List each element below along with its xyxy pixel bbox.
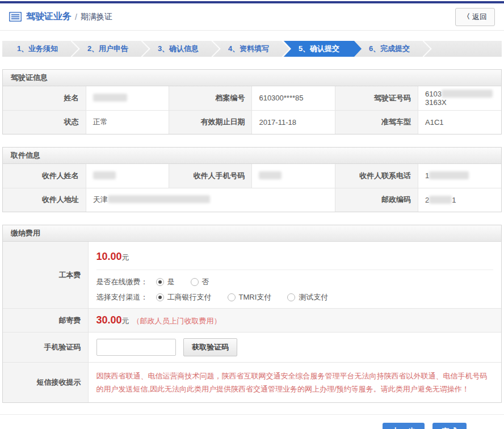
name-label: 姓名 (3, 86, 86, 110)
step-wizard: 1、业务须知 2、用户申告 3、确认信息 4、资料填写 5、确认提交 6、完成提… (2, 41, 502, 57)
table-row: 邮寄费 30.00元（邮政人员上门收取费用） (3, 309, 501, 333)
vehicle-type-label: 准驾车型 (335, 110, 418, 134)
radio-unselected-icon[interactable] (287, 293, 295, 301)
section-license-info: 驾驶证信息 姓名 档案编号 610300****85 驾驶证号码 6103316… (2, 69, 502, 134)
table-row: 收件人姓名 收件人手机号码 收件人联系电话 1 (3, 164, 501, 188)
captcha-label: 手机验证码 (3, 333, 88, 363)
recipient-address-label: 收件人地址 (3, 188, 86, 212)
recipient-phone-value: 1 (418, 164, 501, 188)
section-title-license: 驾驶证信息 (3, 70, 501, 86)
sms-tip-label: 短信接收提示 (3, 363, 88, 403)
step-1-business-notice[interactable]: 1、业务须知 (2, 41, 73, 57)
radio-channel-icbc[interactable]: 工商银行支付 (156, 292, 212, 302)
postage-unit: 元 (122, 317, 129, 325)
file-no-label: 档案编号 (169, 86, 252, 110)
table-row: 手机验证码 获取验证码 (3, 333, 501, 363)
redacted-recipient-mobile (259, 171, 282, 179)
license-menu-icon (9, 12, 22, 22)
radio-channel-tmri[interactable]: TMRI支付 (228, 292, 272, 302)
redacted-postal-code (429, 196, 452, 204)
postal-code-label: 邮政编码 (335, 188, 418, 212)
postage-label: 邮寄费 (3, 309, 88, 333)
status-label: 状态 (3, 110, 86, 134)
page-title: 驾驶证业务 (26, 11, 72, 23)
radio-unselected-icon[interactable] (228, 293, 236, 301)
valid-until-value: 2017-11-18 (252, 110, 335, 134)
get-captcha-button[interactable]: 获取验证码 (183, 338, 237, 356)
pay-channel-row: 选择支付渠道： 工商银行支付 TMRI支付 测试支付 (96, 292, 494, 302)
recipient-name-label: 收件人姓名 (3, 164, 86, 188)
valid-until-label: 有效期止日期 (169, 110, 252, 134)
back-chevron-icon: 〈 (463, 12, 470, 22)
table-row: 状态 正常 有效期止日期 2017-11-18 准驾车型 A1C1 (3, 110, 501, 134)
section-title-payment: 缴纳费用 (3, 225, 501, 242)
breadcrumb-current: 期满换证 (81, 12, 112, 22)
recipient-mobile-label: 收件人手机号码 (169, 164, 252, 188)
online-pay-row: 是否在线缴费： 是 否 (96, 277, 494, 287)
step-6-complete-submit[interactable]: 6、完成提交 (354, 41, 425, 57)
captcha-cell: 获取验证码 (88, 333, 501, 363)
table-row: 短信接收提示 因陕西省联通、电信运营商技术问题，陕西省互联网交通安全综合服务管理… (3, 363, 501, 403)
radio-selected-icon[interactable] (156, 293, 164, 301)
radio-online-pay-yes[interactable]: 是 (156, 277, 175, 287)
captcha-input[interactable] (96, 339, 176, 356)
step-4-fill-data[interactable]: 4、资料填写 (213, 41, 284, 57)
redacted-recipient-phone (429, 171, 469, 179)
page-header: 驾驶证业务 / 期满换证 〈 返回 (0, 3, 504, 31)
fee-label: 工本费 (3, 242, 88, 309)
vehicle-type-value: A1C1 (418, 110, 501, 134)
postal-code-value: 21 (418, 188, 501, 212)
fee-unit: 元 (122, 253, 129, 262)
footer-actions: 上一步 完成 (0, 414, 504, 429)
sms-tip-cell: 因陕西省联通、电信运营商技术问题，陕西省互联网交通安全综合服务管理平台无法向持陕… (88, 363, 501, 403)
pay-channel-label: 选择支付渠道： (96, 292, 148, 302)
status-value: 正常 (86, 110, 169, 134)
radio-selected-icon[interactable] (156, 278, 164, 286)
recipient-mobile-value (252, 164, 335, 188)
fee-value-cell: 10.00元 是否在线缴费： 是 否 选择支付渠道： 工商银行支付 TMRI支付… (88, 242, 501, 309)
table-row: 姓名 档案编号 610300****85 驾驶证号码 61033163X (3, 86, 501, 110)
redacted-recipient-name (93, 171, 116, 179)
step-2-user-declaration[interactable]: 2、用户申告 (73, 41, 143, 57)
fee-amount: 10.00 (96, 251, 122, 262)
recipient-name-value (86, 164, 169, 188)
section-title-pickup: 取件信息 (3, 148, 501, 164)
recipient-address-value: 天津 (86, 188, 335, 212)
table-row: 工本费 10.00元 是否在线缴费： 是 否 选择支付渠道： 工商银行支付 TM… (3, 242, 501, 309)
redacted-recipient-address (108, 195, 210, 203)
back-button[interactable]: 〈 返回 (455, 8, 495, 26)
previous-step-button[interactable]: 上一步 (383, 423, 425, 429)
postage-value-cell: 30.00元（邮政人员上门收取费用） (88, 309, 501, 333)
section-pickup-info: 取件信息 收件人姓名 收件人手机号码 收件人联系电话 1 收件人地址 天津 邮政… (2, 147, 502, 212)
name-value (86, 86, 169, 110)
radio-online-pay-no[interactable]: 否 (191, 277, 209, 287)
sms-tip-text: 因陕西省联通、电信运营商技术问题，陕西省互联网交通安全综合服务管理平台无法向持陕… (96, 368, 494, 397)
online-pay-label: 是否在线缴费： (96, 277, 148, 287)
back-button-label: 返回 (472, 12, 487, 22)
breadcrumb-separator: / (75, 12, 77, 22)
table-row: 收件人地址 天津 邮政编码 21 (3, 188, 501, 212)
fee-amount-line: 10.00元 (96, 247, 494, 270)
step-bar-filler (425, 41, 502, 57)
postage-amount: 30.00 (96, 314, 122, 326)
recipient-phone-label: 收件人联系电话 (335, 164, 418, 188)
file-no-value: 610300****85 (252, 86, 335, 110)
redacted-license-no (442, 90, 493, 98)
radio-unselected-icon[interactable] (191, 278, 199, 286)
radio-channel-test[interactable]: 测试支付 (287, 292, 328, 302)
postage-note: （邮政人员上门收取费用） (133, 317, 221, 325)
step-3-confirm-info[interactable]: 3、确认信息 (143, 41, 213, 57)
license-no-label: 驾驶证号码 (335, 86, 418, 110)
redacted-name (93, 94, 127, 102)
section-payment: 缴纳费用 工本费 10.00元 是否在线缴费： 是 否 选择支付渠道： 工商银行… (2, 225, 502, 403)
finish-button[interactable]: 完成 (432, 423, 467, 429)
license-no-value: 61033163X (418, 86, 501, 110)
